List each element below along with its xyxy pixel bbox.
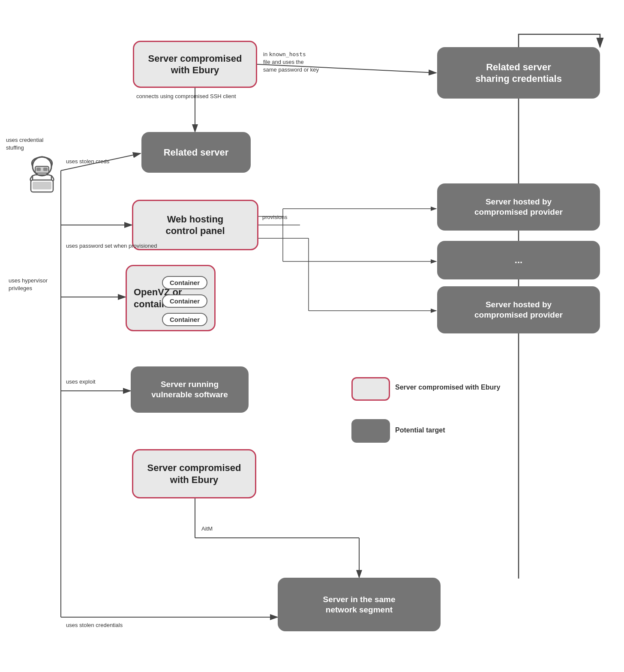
container-bubble-1: Container bbox=[162, 276, 207, 289]
related-server-node: Related server bbox=[141, 132, 251, 173]
annotation-password-provisioned: uses password set when provisioned bbox=[66, 242, 157, 250]
connections-svg bbox=[0, 0, 624, 672]
server-compromised-main-node: Server compromised with Ebury bbox=[133, 41, 257, 88]
svg-rect-28 bbox=[33, 182, 51, 189]
server-network-node: Server in the same network segment bbox=[278, 578, 441, 631]
annotation-hypervisor: uses hypervisorprivileges bbox=[9, 277, 48, 292]
container-bubble-2: Container bbox=[162, 294, 207, 308]
server-compromised-provider2-node: Server hosted by compromised provider bbox=[437, 286, 600, 333]
legend-target-label: Potential target bbox=[395, 426, 445, 435]
annotation-aitm: AitM bbox=[201, 525, 213, 533]
annotation-connects-compromised: connects using compromised SSH client bbox=[136, 93, 236, 100]
diagram: Server compromised with Ebury Related se… bbox=[0, 0, 624, 672]
server-compromised-main-label: Server compromised with Ebury bbox=[148, 53, 242, 76]
openvz-node: OpenVZ or container host Container Conta… bbox=[126, 265, 216, 331]
legend-ebury-label: Server compromised with Ebury bbox=[395, 383, 500, 392]
related-server-sharing-label: Related server sharing credentials bbox=[475, 61, 562, 85]
server-compromised-provider1-label: Server hosted by compromised provider bbox=[474, 197, 563, 217]
svg-rect-25 bbox=[36, 168, 41, 171]
web-hosting-label: Web hosting control panel bbox=[165, 213, 225, 237]
related-server-label: Related server bbox=[164, 147, 229, 159]
annotation-stolen-credentials: uses stolen credentials bbox=[66, 621, 123, 629]
server-compromised-provider1-node: Server hosted by compromised provider bbox=[437, 183, 600, 231]
annotation-uses-stolen-creds: uses stolen creds bbox=[66, 158, 109, 165]
annotation-known-hosts: in known_hostsfile and uses thesame pass… bbox=[263, 51, 319, 74]
server-vulnerable-label: Server running vulnerable software bbox=[151, 379, 228, 400]
svg-rect-26 bbox=[43, 168, 48, 171]
legend-target-box bbox=[351, 419, 390, 443]
server-vulnerable-node: Server running vulnerable software bbox=[131, 366, 249, 413]
server-network-label: Server in the same network segment bbox=[323, 594, 396, 615]
server-compromised2-label: Server compromised with Ebury bbox=[147, 462, 241, 486]
annotation-credential-stuffing: uses credential stuffing bbox=[6, 136, 57, 152]
legend-ebury-box bbox=[351, 377, 390, 401]
related-server-sharing-node: Related server sharing credentials bbox=[437, 47, 600, 99]
server-compromised2-node: Server compromised with Ebury bbox=[132, 449, 256, 498]
annotation-provisions: provisions bbox=[262, 213, 288, 221]
server-compromised-provider2-label: Server hosted by compromised provider bbox=[474, 300, 563, 320]
dots-label: ... bbox=[515, 254, 522, 266]
hacker-icon bbox=[25, 154, 59, 193]
annotation-exploit: uses exploit bbox=[66, 378, 96, 386]
container-bubble-3: Container bbox=[162, 313, 207, 326]
dots-node: ... bbox=[437, 241, 600, 279]
